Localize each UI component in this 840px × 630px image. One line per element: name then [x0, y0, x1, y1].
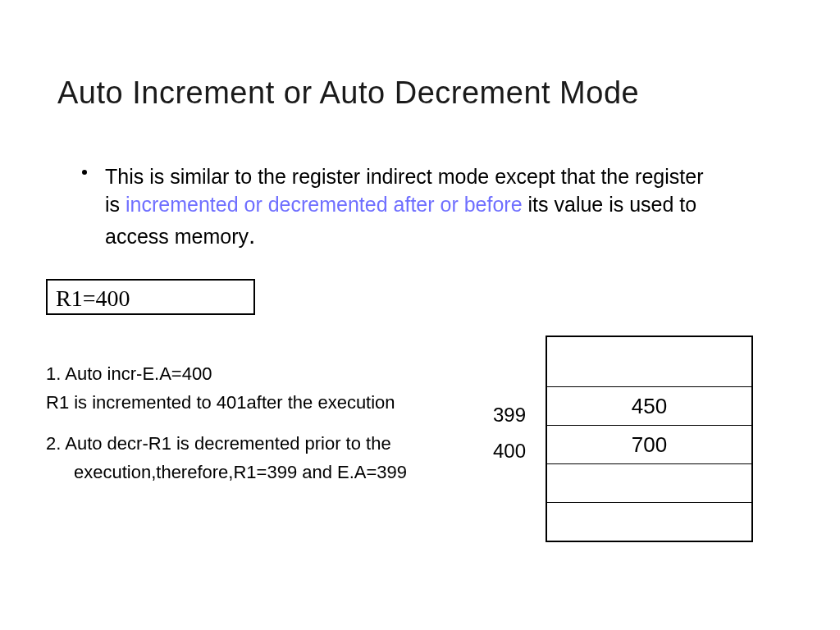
memory-address-400: 400	[493, 440, 526, 463]
memory-cell-2: 700	[546, 426, 752, 464]
memory-table: 450 700	[546, 336, 753, 542]
memory-cell-0	[546, 336, 752, 387]
bullet-period: .	[249, 221, 255, 249]
notes-block: 1. Auto incr-E.A=400 R1 is incremented t…	[46, 363, 481, 489]
memory-cell-4	[546, 503, 752, 542]
table-row: 700	[546, 426, 752, 464]
table-row	[546, 336, 752, 387]
note-2a: 2. Auto decr-R1 is decremented prior to …	[46, 432, 481, 456]
slide-title: Auto Increment or Auto Decrement Mode	[57, 75, 639, 111]
bullet-text-highlight: incremented or decremented after or befo…	[126, 193, 523, 216]
note-2b: execution,therefore,R1=399 and E.A=399	[46, 461, 481, 485]
memory-address-399: 399	[493, 404, 526, 427]
bullet-dot-icon	[82, 170, 87, 175]
bullet-item: This is similar to the register indirect…	[82, 163, 722, 252]
memory-cell-1: 450	[546, 387, 752, 426]
table-row	[546, 464, 752, 503]
note-1a: 1. Auto incr-E.A=400	[46, 363, 481, 386]
memory-cell-3	[546, 464, 752, 503]
bullet-text: This is similar to the register indirect…	[105, 163, 722, 252]
note-1b: R1 is incremented to 401after the execut…	[46, 391, 481, 415]
register-value-box: R1=400	[46, 279, 255, 315]
table-row	[546, 503, 752, 542]
table-row: 450	[546, 387, 752, 426]
